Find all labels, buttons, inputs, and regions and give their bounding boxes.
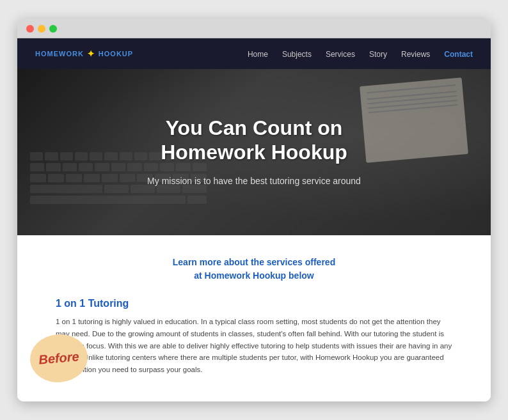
- close-button-dot[interactable]: [26, 25, 34, 33]
- nav-link-reviews[interactable]: Reviews: [401, 50, 430, 59]
- website-content: HOMEWORK ✦ HOOKUP Home Subjects Services…: [17, 38, 491, 402]
- service-title: 1 on 1 Tutoring: [56, 298, 452, 309]
- nav-link-contact[interactable]: Contact: [444, 50, 473, 59]
- logo-text-2: HOOKUP: [99, 50, 133, 58]
- hero-section: You Can Count on Homework Hookup My miss…: [17, 69, 491, 235]
- logo-star-icon: ✦: [87, 49, 95, 59]
- hero-title: You Can Count on Homework Hookup: [147, 116, 361, 165]
- navbar: HOMEWORK ✦ HOOKUP Home Subjects Services…: [17, 38, 491, 69]
- nav-logo: HOMEWORK ✦ HOOKUP: [35, 49, 133, 59]
- maximize-button-dot[interactable]: [49, 25, 57, 33]
- nav-link-services[interactable]: Services: [326, 50, 355, 59]
- before-label: Before: [38, 350, 79, 368]
- hero-content: You Can Count on Homework Hookup My miss…: [134, 103, 374, 201]
- hero-subtitle: My mission is to have the best tutoring …: [147, 175, 361, 188]
- before-badge: Before: [28, 332, 90, 385]
- content-section: Learn more about the services offered at…: [17, 235, 491, 402]
- nav-link-home[interactable]: Home: [248, 50, 268, 59]
- before-badge-container: Before: [30, 334, 88, 382]
- service-description: 1 on 1 tutoring is highly valued in educ…: [56, 316, 452, 377]
- services-intro: Learn more about the services offered at…: [56, 256, 452, 283]
- logo-text-1: HOMEWORK: [35, 50, 84, 58]
- nav-link-story[interactable]: Story: [369, 50, 387, 59]
- nav-link-subjects[interactable]: Subjects: [282, 50, 312, 59]
- notebook-decoration: [360, 77, 468, 162]
- browser-window: HOMEWORK ✦ HOOKUP Home Subjects Services…: [17, 19, 491, 402]
- minimize-button-dot[interactable]: [38, 25, 45, 33]
- browser-chrome: [17, 19, 491, 38]
- nav-links: Home Subjects Services Story Reviews Con…: [248, 48, 473, 59]
